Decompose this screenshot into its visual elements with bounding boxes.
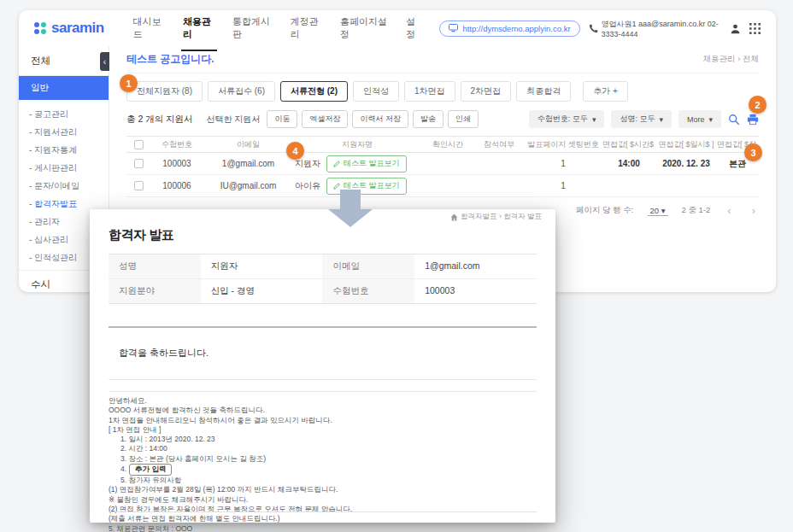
- table-cell: IU@gmail.com: [203, 181, 293, 190]
- filter-label: More: [687, 115, 705, 124]
- announcement-line: 4.추가 입력: [109, 464, 537, 476]
- announcement-line: [ 1차 면접 안내 ]: [109, 425, 537, 435]
- divider: [109, 326, 537, 328]
- homepage-url: http://dymsdemo.applyin.co.kr: [462, 24, 570, 33]
- saramin-logo[interactable]: saramin: [34, 20, 104, 37]
- toolbar-action-button[interactable]: 이력서 저장: [352, 110, 408, 128]
- caret-down-icon: ▾: [708, 115, 713, 124]
- applicant-name-cell: 지원자테스트 발표보기: [293, 155, 421, 172]
- filter-dropdown[interactable]: More▾: [678, 110, 721, 128]
- sidebar-section-general[interactable]: 일반: [19, 76, 109, 100]
- popup-title: 합격자 발표: [109, 227, 537, 243]
- table-cell: 2020. 12. 23: [655, 159, 717, 168]
- table-row[interactable]: 1000031@gmail.com지원자테스트 발표보기114:002020. …: [126, 153, 759, 175]
- caret-down-icon: ▾: [592, 115, 596, 124]
- row-checkbox[interactable]: [134, 159, 144, 168]
- filter-dropdown[interactable]: 성명: 모두▾: [611, 110, 672, 128]
- greeting-text: 합격을 축하드립니다.: [119, 347, 537, 360]
- table-body: 1000031@gmail.com지원자테스트 발표보기114:002020. …: [126, 153, 759, 197]
- applicants-table: 수험번호이메일지원자명확인시간참석여부발표페이지 셋팅번호면접값[ $시간$ ]…: [126, 136, 759, 197]
- stage-tab[interactable]: 서류접수 (6): [208, 81, 275, 102]
- table-cell: 1: [524, 159, 602, 168]
- top-nav: 대시보드채용관리통합게시판계정관리홈페이지설정설정: [132, 10, 425, 51]
- sidebar-item[interactable]: 지원서관리: [19, 123, 109, 141]
- divider: [109, 391, 537, 392]
- table-row[interactable]: 100006IU@gmail.com아이유테스트 발표보기1: [126, 175, 759, 197]
- sidebar-item[interactable]: 게시판관리: [19, 159, 109, 177]
- pencil-icon: [333, 160, 341, 167]
- table-header-cell: 수험번호: [150, 139, 203, 150]
- table-header-cell: 이메일: [203, 139, 293, 150]
- toolbar: 총 2 개의 지원서 선택한 지원서 이동엑셀저장이력서 저장발송인쇄 수험번호…: [126, 110, 759, 128]
- announcement-line: 안녕하세요.: [109, 396, 537, 406]
- selected-label: 선택한 지원서: [207, 114, 261, 126]
- search-icon[interactable]: [728, 114, 740, 126]
- toolbar-buttons: 이동엑셀저장이력서 저장발송인쇄: [267, 110, 479, 128]
- sidebar-item[interactable]: 문자/이메일: [19, 177, 109, 195]
- applicant-info-table: 성명 지원자 이메일 1@gmail.com 지원분야 신입 - 경영 수험번호…: [109, 254, 537, 304]
- nav-item[interactable]: 설정: [404, 10, 424, 51]
- announcement-line: 3. 장소 : 본관 (당사 홈페이지 오시는 길 참조): [109, 454, 537, 464]
- info-label-exam-no: 수험번호: [322, 279, 414, 303]
- select-all-checkbox[interactable]: [134, 140, 144, 149]
- add-stage-tab-button[interactable]: 추가 +: [583, 81, 628, 102]
- breadcrumb: 채용관리 › 전체: [703, 54, 759, 65]
- sidebar-item-all[interactable]: 전체: [19, 46, 109, 76]
- sidebar-item[interactable]: 지원자통계: [19, 141, 109, 159]
- homepage-url-pill[interactable]: http://dymsdemo.applyin.co.kr: [439, 20, 579, 37]
- annotation-arrow-down-icon: [328, 190, 373, 227]
- toolbar-right: 수험번호: 모두▾성명: 모두▾More▾: [529, 110, 759, 128]
- per-page-select[interactable]: 20 ▾: [648, 206, 668, 216]
- posting-title[interactable]: 테스트 공고입니다.: [126, 52, 214, 67]
- table-cell: 14:00: [602, 159, 655, 168]
- pencil-icon: [333, 182, 341, 190]
- stage-tab[interactable]: 최종합격: [516, 81, 571, 102]
- prev-page-icon[interactable]: ‹: [724, 204, 734, 217]
- sidebar-item[interactable]: 공고관리: [19, 105, 109, 123]
- nav-item[interactable]: 통합게시판: [231, 10, 275, 51]
- toolbar-action-button[interactable]: 이동: [267, 110, 297, 128]
- info-label-name: 성명: [109, 254, 201, 279]
- home-icon: [450, 213, 458, 221]
- filter-dropdown[interactable]: 수험번호: 모두▾: [529, 110, 605, 128]
- nav-item[interactable]: 계정관리: [289, 10, 325, 51]
- nav-item[interactable]: 홈페이지설정: [338, 10, 391, 51]
- stage-tab[interactable]: 전체지원자 (8): [126, 81, 203, 102]
- per-page-label: 페이지 당 행 수:: [576, 205, 634, 216]
- table-header-cell: 면접값[ $일시$ ]: [655, 139, 717, 150]
- info-value-email: 1@gmail.com: [414, 254, 537, 279]
- table-header-cell: 참석여부: [474, 139, 524, 150]
- info-value-field: 신입 - 경영: [201, 279, 323, 303]
- toolbar-action-button[interactable]: 엑셀저장: [302, 110, 348, 128]
- next-page-icon[interactable]: ›: [749, 204, 759, 217]
- monitor-icon: [449, 24, 458, 32]
- logo-text: saramin: [51, 20, 104, 37]
- page-range: 2 중 1-2: [682, 205, 711, 216]
- nav-item[interactable]: 채용관리: [181, 10, 217, 51]
- info-label-field: 지원분야: [109, 279, 201, 303]
- application-count: 총 2 개의 지원서: [126, 114, 193, 126]
- table-header-cell: 면접값[ $시간$ ]: [602, 139, 655, 150]
- print-icon[interactable]: [747, 114, 759, 126]
- logo-dots-icon: [34, 22, 46, 34]
- stage-tab[interactable]: 2차면접: [461, 81, 512, 102]
- account-icon[interactable]: [730, 23, 741, 34]
- toolbar-action-button[interactable]: 발송: [413, 110, 443, 128]
- stage-tab[interactable]: 1차면접: [404, 81, 455, 102]
- view-announcement-button[interactable]: 테스트 발표보기: [326, 155, 407, 172]
- sidebar-collapse-button[interactable]: ‹: [100, 52, 109, 71]
- apps-grid-icon[interactable]: [749, 23, 761, 34]
- table-header-cell: 지원자명: [293, 139, 421, 150]
- stage-tab[interactable]: 서류전형 (2): [280, 81, 348, 102]
- toolbar-action-button[interactable]: 인쇄: [448, 110, 479, 128]
- header-right: http://dymsdemo.applyin.co.kr 영업사원1 aaa@…: [439, 19, 761, 38]
- row-checkbox[interactable]: [134, 181, 144, 190]
- nav-item[interactable]: 대시보드: [132, 10, 167, 51]
- stage-tab[interactable]: 인적성: [353, 81, 399, 102]
- announcement-line: (1) 면접참가여부를 2월 28일 (목) 12:00 까지 반드시 체크부탁…: [109, 485, 537, 494]
- add-input-button[interactable]: 추가 입력: [129, 464, 172, 476]
- info-value-name: 지원자: [201, 254, 323, 279]
- caret-down-icon: ▾: [659, 115, 663, 124]
- user-info-text: 영업사원1 aaa@saramin.co.kr 02-3333-4444: [602, 19, 721, 38]
- table-header-cell: 확인시간: [421, 139, 474, 150]
